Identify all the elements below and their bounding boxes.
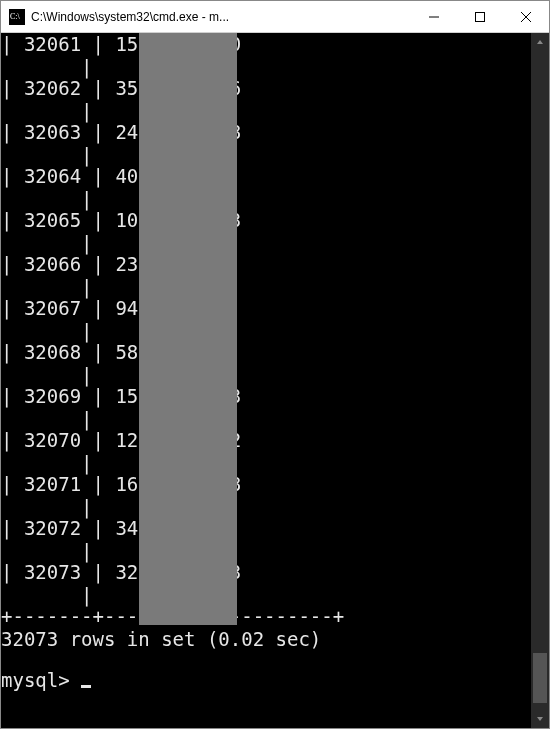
row-divider: | (1, 498, 531, 519)
table-border: +-------+--------------------+ (1, 607, 531, 630)
svg-text:C:\: C:\ (10, 12, 21, 21)
row-divider: | (1, 234, 531, 255)
table-row: | 32071 | 166 9408 (1, 475, 531, 498)
window-titlebar: C:\ C:\Windows\system32\cmd.exe - m... (1, 1, 549, 33)
vertical-scrollbar[interactable] (531, 33, 549, 728)
mysql-prompt[interactable]: mysql> (1, 671, 531, 694)
result-summary: 32073 rows in set (0.02 sec) (1, 630, 531, 653)
cmd-icon: C:\ (9, 9, 25, 25)
row-divider: | (1, 366, 531, 387)
scroll-down-arrow[interactable] (531, 710, 549, 728)
row-divider: | (1, 542, 531, 563)
table-row: | 32072 | 348 693 (1, 519, 531, 542)
window-controls (411, 1, 549, 32)
row-divider: | (1, 190, 531, 211)
table-row: | 32069 | 153 0123 (1, 387, 531, 410)
terminal-area: | 32061 | 151 9080 || 32062 | 352 0016 |… (1, 33, 549, 728)
window-title: C:\Windows\system32\cmd.exe - m... (31, 10, 411, 24)
row-divider: | (1, 586, 531, 607)
row-divider: | (1, 410, 531, 431)
table-row: | 32066 | 236 041 (1, 255, 531, 278)
row-divider: | (1, 278, 531, 299)
minimize-button[interactable] (411, 1, 457, 32)
row-divider: | (1, 454, 531, 475)
row-divider: | (1, 102, 531, 123)
scroll-up-arrow[interactable] (531, 33, 549, 51)
row-divider: | (1, 146, 531, 167)
table-row: | 32061 | 151 9080 (1, 35, 531, 58)
cursor (81, 685, 91, 688)
table-row: | 32070 | 124 6382 (1, 431, 531, 454)
maximize-button[interactable] (457, 1, 503, 32)
table-row: | 32067 | 945 59 (1, 299, 531, 322)
row-divider: | (1, 58, 531, 79)
table-row: | 32068 | 583 995 (1, 343, 531, 366)
svg-marker-7 (537, 717, 543, 721)
svg-rect-3 (476, 12, 485, 21)
table-row: | 32063 | 243 1348 (1, 123, 531, 146)
redaction-block (139, 33, 237, 625)
table-row: | 32062 | 352 0016 (1, 79, 531, 102)
row-divider: | (1, 322, 531, 343)
svg-marker-6 (537, 40, 543, 44)
table-row: | 32073 | 323 2073 (1, 563, 531, 586)
scrollbar-thumb[interactable] (533, 653, 547, 703)
close-button[interactable] (503, 1, 549, 32)
terminal-output[interactable]: | 32061 | 151 9080 || 32062 | 352 0016 |… (1, 33, 531, 728)
table-row: | 32065 | 109 3523 (1, 211, 531, 234)
table-row: | 32064 | 409 995 (1, 167, 531, 190)
